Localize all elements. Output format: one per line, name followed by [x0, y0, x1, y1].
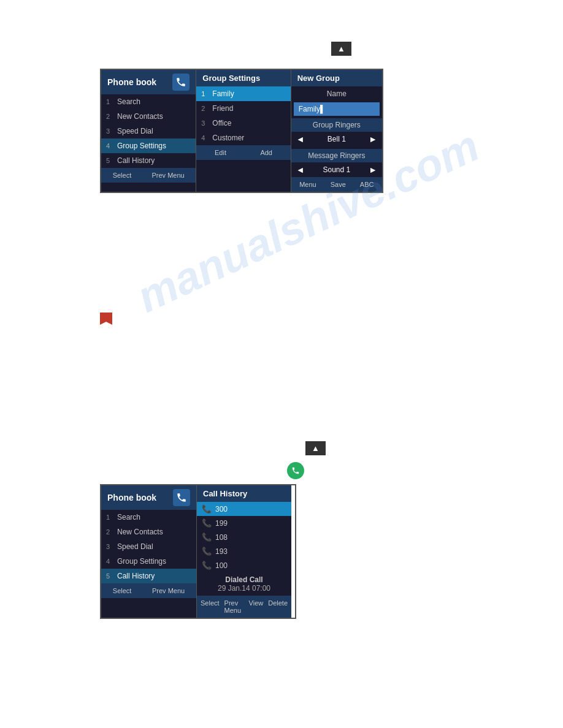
call-item-193[interactable]: 📞 193 — [197, 544, 291, 558]
message-ringers-right-arrow[interactable]: ► — [369, 165, 377, 175]
select-btn-1[interactable]: Select — [110, 170, 134, 180]
phonebook-item-call-history-1[interactable]: 5 Call History — [101, 153, 196, 168]
call-detail-date: 29 Jan.14 07:00 — [200, 584, 288, 593]
prev-menu-btn-1[interactable]: Prev Menu — [149, 170, 186, 180]
phonebook-item-group-settings-2[interactable]: 4 Group Settings — [101, 554, 196, 569]
message-ringers-label: Message Ringers — [291, 149, 382, 162]
phonebook-item-search-2[interactable]: 1 Search — [101, 510, 196, 525]
group-item-office[interactable]: 3 Office — [196, 116, 290, 131]
bookmark-icon — [100, 313, 112, 325]
new-group-name-value[interactable]: Family▌ — [294, 102, 380, 116]
phonebook-item-group-settings-1[interactable]: 4 Group Settings — [101, 138, 196, 153]
ch-prev-menu-btn[interactable]: Prev Menu — [222, 598, 247, 615]
call-icon-193: 📞 — [202, 547, 212, 556]
view-btn[interactable]: View — [247, 598, 266, 615]
call-item-300[interactable]: 📞 300 — [197, 502, 291, 516]
call-detail-type: Dialed Call — [200, 575, 288, 584]
edit-btn[interactable]: Edit — [212, 148, 229, 157]
ch-select-btn[interactable]: Select — [198, 598, 222, 615]
new-group-toolbar: Menu Save ABC — [291, 177, 382, 192]
up-arrow-button-1[interactable]: ▲ — [331, 42, 351, 56]
phonebook-title-1: Phone book — [107, 77, 156, 87]
group-item-friend[interactable]: 2 Friend — [196, 101, 290, 116]
group-ringers-label: Group Ringers — [291, 118, 382, 132]
call-history-header: Call History — [197, 485, 291, 502]
call-item-108[interactable]: 📞 108 — [197, 530, 291, 544]
new-group-panel: New Group Name Family▌ Group Ringers ◄ B… — [291, 70, 382, 192]
delete-btn[interactable]: Delete — [266, 598, 290, 615]
phonebook-item-call-history-2[interactable]: 5 Call History — [101, 569, 196, 583]
phonebook-item-new-contacts-1[interactable]: 2 New Contacts — [101, 109, 196, 124]
prev-menu-btn-2[interactable]: Prev Menu — [150, 586, 187, 596]
phonebook-panel-1: Phone book 1 Search 2 New Contacts 3 Spe… — [101, 70, 196, 192]
call-item-100[interactable]: 📞 100 — [197, 558, 291, 572]
group-ringers-selector[interactable]: ◄ Bell 1 ► — [291, 132, 382, 146]
green-call-button[interactable] — [287, 462, 304, 479]
group-ringers-left-arrow[interactable]: ◄ — [296, 134, 305, 144]
call-item-199[interactable]: 📞 199 — [197, 516, 291, 530]
phonebook-item-speed-dial-2[interactable]: 3 Speed Dial — [101, 539, 196, 554]
phonebook-toolbar-1: Select Prev Menu — [101, 168, 196, 183]
phonebook-icon-1 — [172, 74, 190, 91]
call-icon-300: 📞 — [202, 504, 212, 514]
up-arrow-button-2[interactable]: ▲ — [305, 441, 326, 455]
group-settings-header: Group Settings — [196, 70, 290, 86]
phonebook-item-search-1[interactable]: 1 Search — [101, 94, 196, 109]
select-btn-2[interactable]: Select — [110, 586, 134, 596]
add-btn[interactable]: Add — [258, 148, 275, 157]
new-group-name-label: Name — [291, 86, 382, 101]
phonebook-item-speed-dial-1[interactable]: 3 Speed Dial — [101, 124, 196, 138]
abc-btn[interactable]: ABC — [358, 180, 377, 189]
message-ringers-selector[interactable]: ◄ Sound 1 ► — [291, 162, 382, 177]
call-history-panel: Call History 📞 300 📞 199 📞 108 📞 193 📞 1… — [196, 485, 291, 618]
phonebook-item-new-contacts-2[interactable]: 2 New Contacts — [101, 525, 196, 539]
phonebook-header-1: Phone book — [101, 70, 196, 94]
save-btn[interactable]: Save — [328, 180, 348, 189]
call-detail: Dialed Call 29 Jan.14 07:00 — [197, 572, 291, 596]
phonebook-icon-2 — [173, 489, 190, 506]
new-group-menu-btn[interactable]: Menu — [297, 180, 319, 189]
new-group-header: New Group — [291, 70, 382, 86]
phonebook-header-2: Phone book — [101, 485, 196, 510]
message-ringers-value: Sound 1 — [323, 165, 350, 174]
group-item-family[interactable]: 1 Family — [196, 86, 290, 101]
phonebook-title-2: Phone book — [107, 493, 156, 502]
phonebook-panel-2: Phone book 1 Search 2 New Contacts 3 Spe… — [101, 485, 196, 618]
call-icon-199: 📞 — [202, 518, 212, 528]
group-settings-panel: Group Settings 1 Family 2 Friend 3 Offic… — [196, 70, 290, 192]
call-history-toolbar: Select Prev Menu View Delete — [197, 596, 291, 618]
group-ringers-value: Bell 1 — [327, 135, 346, 143]
phonebook-toolbar-2: Select Prev Menu — [101, 583, 196, 598]
group-item-customer[interactable]: 4 Customer — [196, 131, 290, 145]
group-settings-toolbar: Edit Add — [196, 145, 290, 160]
group-ringers-right-arrow[interactable]: ► — [369, 134, 377, 144]
message-ringers-left-arrow[interactable]: ◄ — [296, 165, 305, 175]
call-icon-100: 📞 — [202, 561, 212, 570]
call-icon-108: 📞 — [202, 533, 212, 542]
